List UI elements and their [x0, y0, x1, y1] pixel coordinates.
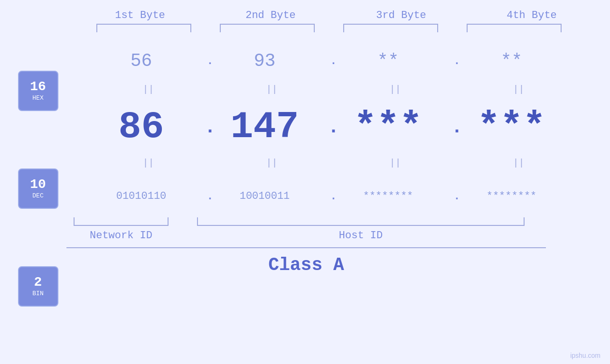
network-bracket	[74, 217, 169, 226]
byte-headers: 1st Byte 2nd Byte 3rd Byte 4th Byte	[75, 9, 597, 21]
hex-dot2: .	[327, 55, 341, 67]
sep1-four-col: || || || ||	[94, 84, 573, 95]
host-id-label: Host ID	[190, 230, 532, 242]
hex-b1: 56	[94, 51, 189, 71]
byte2-header: 2nd Byte	[216, 9, 325, 21]
bracket-b1	[96, 24, 191, 32]
bin-dot2: .	[327, 190, 341, 203]
bin-b2: 10010011	[217, 190, 312, 202]
dec-four-col: 86 . 147 . *** . ***	[94, 108, 573, 146]
bin-badge: 2 BIN	[18, 266, 58, 307]
bottom-brackets	[66, 217, 546, 226]
hex-dot3: .	[450, 55, 464, 67]
watermark: ipshu.com	[570, 352, 601, 359]
main-container: 1st Byte 2nd Byte 3rd Byte 4th Byte 16 H…	[0, 0, 610, 364]
dec-b1: 86	[94, 108, 189, 146]
top-brackets	[75, 24, 597, 32]
bracket-b4	[467, 24, 562, 32]
bin-dot1: .	[203, 190, 217, 203]
bin-badge-num: 2	[34, 276, 42, 289]
hex-badge: 16 HEX	[18, 71, 58, 111]
bracket-b2	[220, 24, 315, 32]
sep2-four-col: || || || ||	[94, 158, 573, 168]
dec-b4: ***	[464, 108, 559, 146]
hex-b2: 93	[217, 51, 312, 71]
values-area: 56 . 93 . ** . ** || || ||	[66, 37, 610, 364]
id-labels: Network ID Host ID	[66, 230, 546, 242]
sep2-b4: ||	[464, 158, 573, 168]
dec-badge: 10 DEC	[18, 168, 58, 209]
byte4-header: 4th Byte	[477, 9, 586, 21]
hex-four-col: 56 . 93 . ** . **	[94, 51, 573, 71]
main-grid: 16 HEX 10 DEC 2 BIN 56 . 93 . **	[0, 37, 610, 364]
hex-dot1: .	[203, 55, 217, 67]
class-banner: Class A	[66, 247, 546, 276]
hex-b3: **	[341, 51, 436, 71]
sep2-b2: ||	[217, 158, 327, 168]
host-bracket	[197, 217, 525, 226]
network-id-label: Network ID	[66, 230, 176, 242]
bin-b4: ********	[464, 190, 559, 202]
dec-b3: ***	[341, 108, 436, 146]
bin-four-col: 01010110 . 10010011 . ******** . *******…	[94, 190, 573, 203]
dec-badge-num: 10	[30, 178, 46, 191]
dec-row: 86 . 147 . *** . ***	[66, 101, 601, 153]
sep1-b2: ||	[217, 84, 327, 95]
sep-row-1: || || || ||	[66, 80, 601, 99]
byte1-header: 1st Byte	[85, 9, 195, 21]
bracket-b3	[343, 24, 438, 32]
class-label: Class A	[268, 255, 344, 275]
hex-b4: **	[464, 51, 559, 71]
dec-dot3: .	[450, 117, 464, 138]
hex-badge-num: 16	[30, 80, 46, 93]
sep1-b4: ||	[464, 84, 573, 95]
bin-badge-label: BIN	[32, 290, 43, 297]
sep1-b3: ||	[341, 84, 450, 95]
sep1-b1: ||	[94, 84, 203, 95]
byte3-header: 3rd Byte	[347, 9, 456, 21]
sep-row-2: || || || ||	[66, 153, 601, 172]
dec-dot1: .	[203, 117, 217, 138]
bin-b1: 01010110	[94, 190, 189, 202]
hex-badge-label: HEX	[32, 94, 43, 102]
bin-dot3: .	[450, 190, 464, 203]
dec-dot2: .	[327, 117, 341, 138]
sep2-b1: ||	[94, 158, 203, 168]
badges-column: 16 HEX 10 DEC 2 BIN	[0, 37, 66, 364]
hex-row: 56 . 93 . ** . **	[66, 42, 601, 80]
bin-row: 01010110 . 10010011 . ******** . *******…	[66, 177, 601, 215]
bin-b3: ********	[341, 190, 436, 202]
sep2-b3: ||	[341, 158, 450, 168]
dec-badge-label: DEC	[32, 192, 43, 199]
dec-b2: 147	[217, 108, 312, 146]
